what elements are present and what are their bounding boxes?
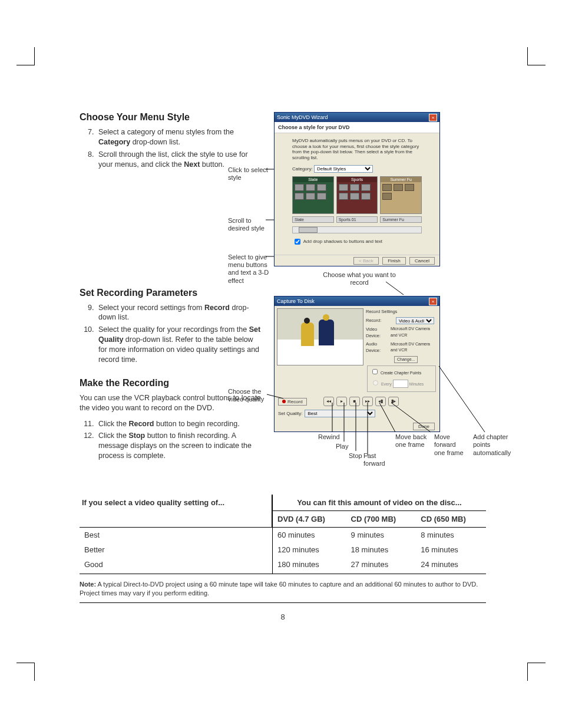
step-10-text-a: Select the quality for your recordings f… <box>98 325 249 334</box>
drop-shadow-label: Add drop shadows to buttons and text <box>303 239 382 244</box>
table-row: Best 60 minutes 9 minutes 8 minutes <box>80 528 486 542</box>
play-button[interactable]: ▸ <box>336 397 347 406</box>
note-text: A typical Direct-to-DVD project using a … <box>80 581 478 597</box>
cell-cd650: 16 minutes <box>416 542 486 557</box>
step-11-bold: Record <box>128 420 154 428</box>
annotation-scroll-desired: Scroll to desired style <box>228 217 270 232</box>
annotation-stop: Stop <box>349 452 362 460</box>
col-cd650: CD (650 MB) <box>416 511 486 528</box>
chapter-checkbox[interactable] <box>372 369 378 374</box>
scroll-label-sports: Sports 01 <box>336 216 378 223</box>
annotation-3d-effect: Select to give menu buttons and text a 3… <box>228 253 270 285</box>
step-7-text-b: drop-down list. <box>130 138 180 146</box>
annotation-add-chapter: Add chapter points automatically <box>473 433 508 457</box>
table-row: Good 180 minutes 27 minutes 24 minutes <box>80 557 486 574</box>
cell-cd700: 9 minutes <box>346 528 416 542</box>
close-icon[interactable]: × <box>429 114 437 121</box>
annotation-click-select: Click to select style <box>228 166 270 182</box>
audio-device-label: Audio Device: <box>366 341 389 354</box>
style-tile-slate[interactable]: Slate <box>292 176 334 214</box>
table-left-head: If you select a video quality setting of… <box>82 498 224 507</box>
change-button[interactable]: Change... <box>394 356 418 364</box>
cell-quality: Best <box>80 528 272 542</box>
record-settings-label: Record Settings <box>366 308 397 315</box>
crop-mark-bl <box>16 663 35 681</box>
step-8-text-a: Scroll through the list, click the style… <box>98 150 248 169</box>
wizard-description: MyDVD automatically puts menus on your D… <box>275 133 439 163</box>
capture-title: Capture To Disk <box>277 298 315 304</box>
style-scrollbar[interactable] <box>292 226 422 233</box>
category-label: Category: <box>292 166 313 172</box>
chapter-label: Create Chapter Points <box>381 371 421 375</box>
step-10: Select the quality for your recordings f… <box>96 325 262 365</box>
tile-head-summer: Summer Fu <box>381 177 421 182</box>
video-device-label: Video Device: <box>366 326 389 340</box>
record-icon <box>282 400 286 403</box>
heading-choose-menu: Choose Your Menu Style <box>80 112 262 123</box>
back-button[interactable]: < Back <box>353 257 379 265</box>
stop-button[interactable]: ■ <box>349 397 360 406</box>
cell-cd650: 24 minutes <box>416 557 486 574</box>
annotation-fast-forward: Fast forward <box>363 452 393 467</box>
wizard-title: Sonic MyDVD Wizard <box>277 114 328 120</box>
step-11-text-a: Click the <box>98 420 128 428</box>
crop-mark-br <box>527 663 546 681</box>
table-row: Better 120 minutes 18 minutes 16 minutes <box>80 542 486 557</box>
heading-make-recording: Make the Recording <box>80 378 262 388</box>
minutes-input[interactable] <box>393 380 408 388</box>
step-8-text-b: button. <box>200 160 224 169</box>
video-device-value: Microsoft DV Camera and VCR <box>391 326 437 338</box>
cell-quality: Better <box>80 542 272 557</box>
drop-shadow-checkbox[interactable] <box>295 239 300 245</box>
note-bold: Note: <box>80 581 96 588</box>
minutes-label: Minutes <box>409 382 424 386</box>
annotation-choose-record: Choose what you want to record <box>321 271 398 286</box>
step-7-text-a: Select a category of menu styles from th… <box>98 128 234 136</box>
annotation-rewind: Rewind <box>318 433 340 441</box>
cell-cd700: 18 minutes <box>346 542 416 557</box>
style-tile-summer[interactable]: Summer Fu <box>380 176 422 214</box>
capture-window: Capture To Disk × Record Settings <box>274 296 440 432</box>
annotation-move-back: Move back one frame <box>395 433 432 449</box>
step-9-bold: Record <box>204 304 230 312</box>
step-9: Select your record settings from Record … <box>96 303 262 323</box>
step-back-button[interactable]: ◂▮ <box>375 397 386 406</box>
table-subhead: You can fit this amount of video on the … <box>272 495 486 511</box>
category-select[interactable]: Default Styles <box>314 165 373 173</box>
finish-button[interactable]: Finish <box>382 257 405 265</box>
record-button-label: Record <box>287 399 303 404</box>
cell-quality: Good <box>80 557 272 574</box>
tile-head-slate: Slate <box>293 177 333 182</box>
annotation-move-fwd: Move forward one frame <box>434 433 467 457</box>
record-select[interactable]: Video & Audio <box>396 317 434 324</box>
wizard-heading: Choose a style for your DVD <box>275 122 439 133</box>
record-button[interactable]: Record <box>278 398 307 406</box>
page-number: 8 <box>80 612 486 621</box>
svg-line-11 <box>439 366 485 432</box>
step-9-text-a: Select your record settings from <box>98 304 204 312</box>
crop-mark-tr <box>527 47 546 65</box>
wizard-window: Sonic MyDVD Wizard × Choose a style for … <box>274 112 440 266</box>
annotation-play: Play <box>336 443 348 450</box>
video-preview <box>277 308 363 365</box>
rewind-button[interactable]: ◂◂ <box>323 397 334 406</box>
record-label: Record: <box>366 317 394 324</box>
step-12-bold: Stop <box>128 431 145 440</box>
fast-forward-button[interactable]: ▸▸ <box>362 397 373 406</box>
cell-dvd: 60 minutes <box>272 528 346 542</box>
step-8-bold: Next <box>184 160 200 169</box>
col-dvd: DVD (4.7 GB) <box>272 511 346 528</box>
cell-cd700: 27 minutes <box>346 557 416 574</box>
set-quality-select[interactable]: Best <box>305 410 375 417</box>
step-forward-button[interactable]: ▮▸ <box>388 397 399 406</box>
cell-cd650: 8 minutes <box>416 528 486 542</box>
set-quality-label: Set Quality: <box>278 411 302 416</box>
cancel-button[interactable]: Cancel <box>409 257 435 265</box>
step-11: Click the Record button to begin recordi… <box>96 419 262 429</box>
audio-device-value: Microsoft DV Camera and VCR <box>391 341 437 354</box>
done-button[interactable]: Done <box>413 423 435 430</box>
style-tile-sports[interactable]: Sports <box>336 176 378 214</box>
quality-table: If you select a video quality setting of… <box>80 495 486 574</box>
tile-head-sports: Sports <box>337 177 378 182</box>
close-icon[interactable]: × <box>429 298 437 305</box>
